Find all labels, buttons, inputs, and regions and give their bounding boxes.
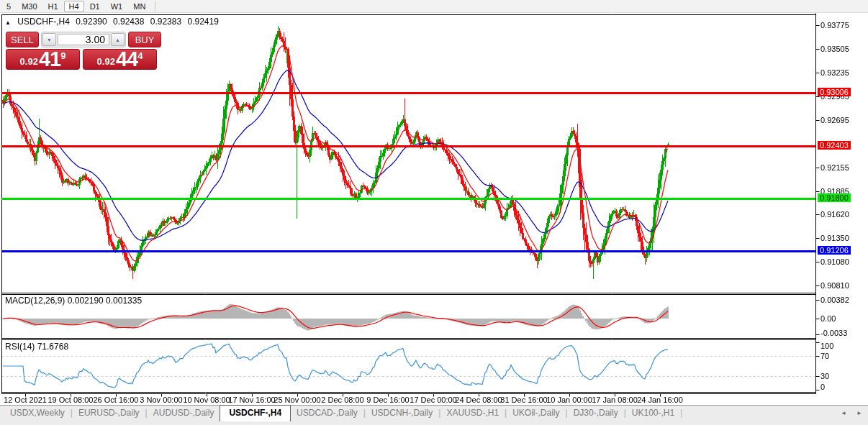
sell-price-big: 41: [39, 50, 60, 69]
timeframe-button-m30[interactable]: M30: [17, 1, 42, 12]
price-tick-label: 0.91350: [820, 234, 849, 242]
price-tick-label: 0.91080: [820, 257, 849, 266]
time-tick-label: 9 Dec 16:00: [366, 396, 409, 404]
scroll-left-icon[interactable]: ◄: [841, 410, 846, 416]
scroll-right-icon[interactable]: ►: [856, 410, 862, 416]
price-line-badge: 0.91206: [818, 246, 851, 255]
chart-tab-dj30-daily[interactable]: DJ30-,Daily: [568, 406, 624, 420]
price-tick-label: 0.92155: [820, 163, 849, 172]
chevron-up-icon: ▲: [115, 37, 120, 42]
chart-tab-uk100-h1[interactable]: UK100-,H1: [626, 406, 680, 420]
symbol-period-label: USDCHF-,H4: [17, 17, 70, 27]
price-tick-label: 0.92695: [820, 116, 849, 124]
timeframe-button-h1[interactable]: H1: [43, 1, 63, 12]
time-tick-label: 31 Dec 16:00: [500, 396, 547, 404]
macd-tick-label: 0.00382: [820, 296, 849, 304]
time-tick-label: 25 Nov 00:00: [273, 396, 320, 404]
chart-tab-eurusd-daily[interactable]: EURUSD-,Daily: [73, 406, 145, 420]
time-tick-label: 24 Dec 08:00: [455, 396, 502, 404]
chart-tab-usdcad-daily[interactable]: USDCAD-,Daily: [291, 406, 363, 420]
ohlc-open: 0.92390: [76, 17, 107, 27]
chart-tab-usdchf-h4[interactable]: USDCHF-,H4: [220, 405, 291, 421]
buy-price-big: 44: [116, 50, 137, 69]
price-tick-label: 0.93775: [820, 21, 849, 29]
rsi-tick-label: 70: [820, 352, 829, 360]
chart-tab-usdx-weekly[interactable]: USDX,Weekly: [4, 406, 71, 420]
price-tick-label: 0.93235: [820, 68, 849, 77]
time-tick-label: 26 Oct 16:00: [94, 396, 139, 404]
chart-tab-ukoil-daily[interactable]: UKOil-,Daily: [507, 406, 565, 420]
macd-indicator-label: MACD(12,26,9) 0.002190 0.001335: [5, 296, 142, 306]
price-line-badge: 0.93006: [818, 88, 851, 96]
chart-tab-usdcnh-daily[interactable]: USDCNH-,Daily: [366, 406, 438, 420]
timeframe-button-5[interactable]: 5: [1, 1, 16, 12]
sell-price-pip: 9: [60, 50, 65, 61]
volume-spinner: ▼ ▲: [41, 32, 126, 47]
price-line-badge: 0.91800: [818, 193, 851, 202]
price-tick-label: 0.93505: [820, 45, 849, 53]
rsi-tick-label: 30: [820, 372, 829, 380]
timeframe-toolbar: 5M30H1H4D1W1MN: [0, 0, 868, 13]
sell-price-base: 0.92: [20, 56, 38, 67]
rsi-tick-label: 0: [820, 383, 825, 391]
time-tick-label: 3 Nov 00:00: [140, 396, 182, 404]
toolbar-separator: [155, 1, 155, 12]
buy-price-base: 0.92: [97, 56, 115, 67]
buy-button[interactable]: BUY: [128, 32, 161, 47]
chart-tab-xauusd-h1[interactable]: XAUUSD-,H1: [440, 406, 505, 420]
rsi-tick-label: 100: [820, 342, 833, 350]
time-tick-label: 19 Oct 08:00: [48, 396, 94, 404]
buy-price-display[interactable]: 0.92 44 4: [83, 49, 157, 70]
timeframe-button-h4[interactable]: H4: [64, 1, 84, 12]
chart-tab-audusd-daily[interactable]: AUDUSD-,Daily: [148, 406, 220, 420]
time-tick-label: 12 Oct 2021: [4, 396, 47, 404]
volume-input[interactable]: [58, 34, 109, 45]
timeframe-button-d1[interactable]: D1: [85, 1, 105, 12]
time-tick-label: 17 Jan 08:00: [592, 396, 638, 404]
tab-scroll-arrows: ◄ ►: [832, 410, 862, 416]
timeframe-button-mn[interactable]: MN: [128, 1, 150, 12]
one-click-trading-panel: SELL ▼ ▲ BUY 0.92 41 9 0.92 44 4: [6, 32, 161, 70]
rsi-indicator-label: RSI(14) 71.6768: [5, 342, 68, 352]
time-tick-label: 17 Dec 00:00: [410, 396, 456, 404]
macd-tick-label: -0.0033: [820, 329, 847, 337]
chart-tab-bar: USDX,Weekly|EURUSD-,Daily|AUDUSD-,DailyU…: [0, 405, 868, 425]
timeframe-buttons: 5M30H1H4D1W1MN: [1, 1, 151, 12]
time-tick-label: 24 Jan 16:00: [637, 396, 683, 404]
ohlc-close: 0.92419: [187, 17, 218, 27]
price-tick-label: 0.91620: [820, 210, 849, 219]
tab-separator: |: [680, 406, 682, 418]
price-tick-label: 0.90810: [820, 281, 849, 290]
macd-tick-label: 0.00: [820, 314, 836, 323]
price-line-badge: 0.92403: [818, 141, 851, 150]
sell-price-display[interactable]: 0.92 41 9: [6, 49, 80, 70]
sell-button[interactable]: SELL: [6, 32, 39, 47]
buy-price-pip: 4: [137, 50, 143, 61]
time-tick-label: 10 Jan 00:00: [546, 396, 592, 404]
volume-increase-button[interactable]: ▲: [111, 33, 125, 46]
timeframe-button-w1[interactable]: W1: [106, 1, 128, 12]
volume-decrease-button[interactable]: ▼: [42, 33, 56, 46]
time-tick-label: 2 Dec 08:00: [321, 396, 363, 404]
time-tick-label: 17 Nov 16:00: [228, 396, 275, 404]
chart-title: ▲ USDCHF-,H4 0.92390 0.92438 0.92383 0.9…: [5, 17, 222, 27]
terminal-window: 5M30H1H4D1W1MN ▲ USDCHF-,H4 0.92390 0.92…: [0, 0, 868, 425]
chart-tabs: USDX,Weekly|EURUSD-,Daily|AUDUSD-,DailyU…: [4, 406, 682, 421]
ohlc-low: 0.92383: [150, 17, 181, 27]
chevron-down-icon: ▼: [47, 37, 52, 42]
time-tick-label: 10 Nov 08:00: [183, 396, 230, 404]
collapse-panel-icon[interactable]: ▲: [5, 19, 11, 26]
ohlc-high: 0.92438: [113, 17, 144, 27]
